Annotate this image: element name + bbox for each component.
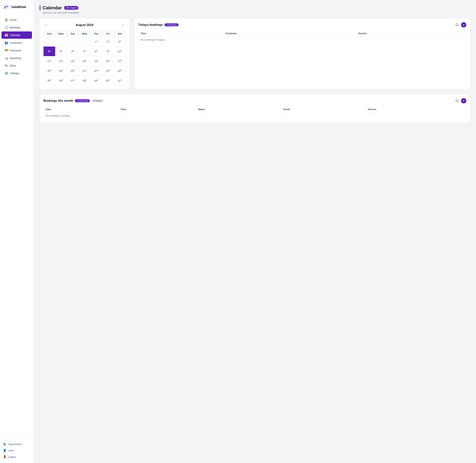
- calendar-day-cell[interactable]: 18th: [44, 66, 55, 76]
- logo: SaleWhale: [0, 0, 34, 14]
- calendar-day-cell[interactable]: 4th: [44, 46, 55, 56]
- prev-month-button[interactable]: ←: [43, 22, 50, 28]
- day-number: 31st: [118, 79, 122, 82]
- day-number: 22nd: [94, 70, 98, 72]
- day-number: 2nd: [106, 40, 110, 43]
- calendar-day-cell[interactable]: 8th: [90, 46, 102, 56]
- search-icon: [455, 23, 459, 27]
- main-content: Calendar 4th August Here you can see you…: [34, 0, 476, 463]
- sidebar-item-payments[interactable]: 💳 Payments: [1, 47, 32, 54]
- day-number: 1st: [95, 40, 97, 43]
- footer-item-logout[interactable]: 🚪 Logout: [1, 454, 32, 460]
- footer-item-store[interactable]: 🏪 Dog Groomi...: [1, 441, 32, 447]
- calendar-day-cell[interactable]: 6th: [67, 46, 79, 56]
- day-number: 5th: [60, 50, 62, 53]
- page-subtitle: Here you can see your availability: [40, 11, 470, 14]
- calendar-day-cell[interactable]: 27th: [67, 76, 79, 85]
- logo-icon: [3, 4, 10, 10]
- calendar-day-cell[interactable]: 12th: [55, 56, 67, 66]
- sidebar-item-bookings[interactable]: 📋 Bookings: [1, 24, 32, 31]
- todays-no-data: No bookings to display: [138, 36, 466, 43]
- calendar-day-cell[interactable]: 15th: [90, 56, 102, 66]
- calendar-day-cell[interactable]: 19th: [55, 66, 67, 76]
- todays-bookings-actions: +: [455, 22, 466, 27]
- calendar-day-cell[interactable]: 3rd: [114, 37, 126, 46]
- day-number: 25th: [47, 79, 51, 82]
- calendar-day-header: Wed: [79, 31, 90, 37]
- todays-bookings-title: Todays bookings: [138, 23, 163, 27]
- sidebar-item-label: Shop: [10, 64, 16, 67]
- monthly-bookings-actions: +: [455, 98, 466, 103]
- day-number: 14th: [82, 60, 87, 63]
- calendar-day-cell[interactable]: 21st: [79, 66, 90, 76]
- calendar-header: ← August 2024 →: [43, 22, 126, 28]
- calendar-month-title: August 2024: [76, 23, 93, 27]
- calendar-day-cell[interactable]: 14th: [79, 56, 90, 66]
- sidebar-item-calendar[interactable]: 📅 Calendar: [1, 31, 32, 39]
- sidebar-item-settings[interactable]: ⚙️ Settings: [1, 70, 32, 77]
- calendar-day-cell[interactable]: 31st: [114, 76, 126, 85]
- sidebar-item-label: Payments: [10, 49, 21, 52]
- calendar-day-cell[interactable]: 1st: [90, 37, 102, 46]
- todays-column-header: Customer: [223, 30, 356, 36]
- calendar-day-cell[interactable]: 16th: [102, 56, 114, 66]
- todays-column-header: Service: [356, 30, 466, 36]
- calendar-day-cell[interactable]: 13th: [67, 56, 79, 66]
- calendar-day-cell[interactable]: 20th: [67, 66, 79, 76]
- todays-search-button[interactable]: [455, 22, 459, 27]
- historic-badge: 0 Historic: [92, 99, 104, 102]
- svg-point-4: [456, 99, 458, 102]
- page-title: Calendar: [43, 5, 62, 10]
- calendar-day-cell[interactable]: 2nd: [102, 37, 114, 46]
- date-badge: 4th August: [64, 6, 79, 10]
- calendar-day-cell[interactable]: 22nd: [90, 66, 102, 76]
- calendar-day-cell[interactable]: 26th: [55, 76, 67, 85]
- footer-item-label: Dog Groomi...: [8, 443, 23, 445]
- monthly-search-button[interactable]: [455, 98, 459, 103]
- calendar-day-cell[interactable]: 9th: [102, 46, 114, 56]
- calendar-day-cell[interactable]: 11th: [44, 56, 55, 66]
- day-number: 16th: [106, 60, 110, 63]
- day-number: 19th: [59, 70, 63, 72]
- calendar-day-cell[interactable]: 29th: [90, 76, 102, 85]
- monthly-add-button[interactable]: +: [461, 98, 466, 103]
- day-number: 10th: [118, 50, 122, 53]
- logout-icon: 🚪: [3, 455, 6, 459]
- day-number: 12th: [59, 60, 63, 63]
- monthly-bookings-table-wrapper: DateTimeNameEmailService No bookings to …: [43, 107, 466, 119]
- calendar-day-header: Sun: [44, 31, 55, 37]
- day-number: 4th: [48, 50, 51, 53]
- todays-bookings-card: Todays bookings 0 Bookings + TimeCustome…: [135, 18, 470, 89]
- sidebar-footer: 🏪 Dog Groomi...👤 Josh🚪 Logout: [0, 438, 34, 463]
- calendar-day-cell[interactable]: 23rd: [102, 66, 114, 76]
- calendar-card: ← August 2024 → SunMonTueWedThuFriSat 1s…: [40, 18, 129, 89]
- svg-point-1: [4, 7, 5, 9]
- next-month-button[interactable]: →: [119, 22, 126, 28]
- todays-add-button[interactable]: +: [461, 22, 466, 27]
- calendar-day-cell[interactable]: 7th: [79, 46, 90, 56]
- sidebar: SaleWhale 🏠 Home📋 Bookings📅 Calendar👥 Cu…: [0, 0, 34, 463]
- footer-item-user[interactable]: 👤 Josh: [1, 447, 32, 454]
- todays-bookings-table: TimeCustomerService No bookings to displ…: [138, 30, 466, 43]
- calendar-day-cell[interactable]: 30th: [102, 76, 114, 85]
- day-number: 29th: [94, 79, 98, 82]
- sidebar-item-customers[interactable]: 👥 Customers: [1, 39, 32, 46]
- logo-text: SaleWhale: [11, 5, 26, 9]
- payments-icon: 💳: [4, 49, 8, 52]
- bookings-icon: 📋: [4, 26, 8, 29]
- sidebar-item-home[interactable]: 🏠 Home: [1, 16, 32, 23]
- calendar-day-cell[interactable]: 10th: [114, 46, 126, 56]
- calendar-day-cell[interactable]: 28th: [79, 76, 90, 85]
- calendar-day-cell[interactable]: 17th: [114, 56, 126, 66]
- day-number: 24th: [118, 70, 122, 72]
- sidebar-item-reporting[interactable]: 📊 Reporting: [1, 54, 32, 62]
- sidebar-item-shop[interactable]: 🛍 Shop: [1, 62, 32, 69]
- day-number: 9th: [106, 50, 109, 53]
- calendar-day-cell[interactable]: 24th: [114, 66, 126, 76]
- monthly-bookings-table: DateTimeNameEmailService No bookings to …: [43, 107, 466, 119]
- calendar-day-cell[interactable]: 5th: [55, 46, 67, 56]
- calendar-day-cell: [44, 37, 55, 46]
- calendar-day-cell[interactable]: 25th: [44, 76, 55, 85]
- content-grid: ← August 2024 → SunMonTueWedThuFriSat 1s…: [40, 18, 470, 89]
- svg-rect-0: [3, 4, 10, 10]
